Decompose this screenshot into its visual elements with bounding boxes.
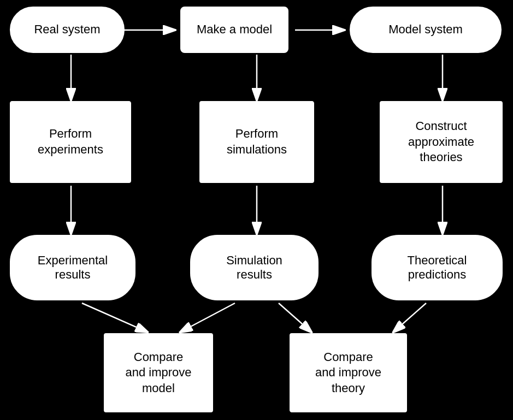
perform-experiments-node: Perform experiments <box>10 101 131 183</box>
compare-model-node: Compare and improve model <box>104 333 213 412</box>
perform-simulations-label: Perform simulations <box>227 126 287 157</box>
diagram: Real system Make a model Model system Pe… <box>0 0 513 420</box>
simulation-results-node: Simulation results <box>190 235 319 300</box>
compare-model-label: Compare and improve model <box>125 350 191 397</box>
make-a-model-node: Make a model <box>180 7 288 53</box>
svg-line-11 <box>279 303 311 332</box>
perform-experiments-label: Perform experiments <box>38 126 103 157</box>
experimental-results-node: Experimental results <box>10 235 135 300</box>
construct-theories-node: Construct approximate theories <box>380 101 503 183</box>
make-a-model-label: Make a model <box>197 22 272 38</box>
svg-line-10 <box>180 303 235 332</box>
compare-theory-label: Compare and improve theory <box>315 350 381 397</box>
arrows-layer <box>0 0 513 420</box>
svg-line-12 <box>393 303 426 332</box>
theoretical-predictions-node: Theoretical predictions <box>372 235 503 300</box>
simulation-results-label: Simulation results <box>226 253 282 282</box>
model-system-node: Model system <box>350 7 502 53</box>
construct-theories-label: Construct approximate theories <box>408 119 474 165</box>
compare-theory-node: Compare and improve theory <box>290 333 407 412</box>
perform-simulations-node: Perform simulations <box>199 101 314 183</box>
theoretical-predictions-label: Theoretical predictions <box>408 253 467 282</box>
real-system-node: Real system <box>10 7 125 53</box>
real-system-label: Real system <box>34 22 100 37</box>
model-system-label: Model system <box>388 22 463 37</box>
svg-line-9 <box>82 303 148 332</box>
experimental-results-label: Experimental results <box>38 253 108 282</box>
